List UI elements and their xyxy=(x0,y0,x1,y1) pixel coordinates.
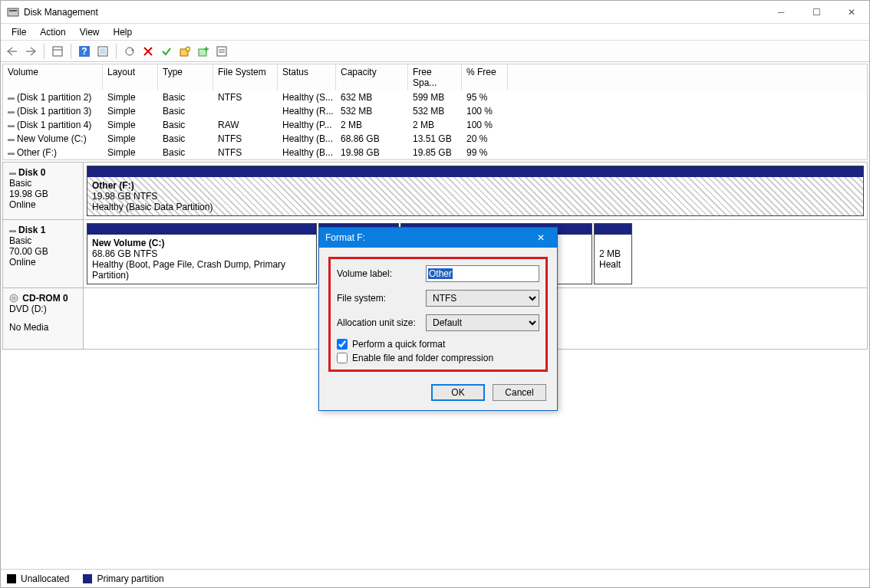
back-button[interactable] xyxy=(4,43,21,60)
properties-icon[interactable] xyxy=(213,43,230,60)
cell-type: Basic xyxy=(158,91,213,103)
disk-1-type: Basic xyxy=(9,235,77,246)
help-icon[interactable]: ? xyxy=(76,43,93,60)
titlebar: Disk Management ─ ☐ ✕ xyxy=(1,1,869,24)
view-button[interactable] xyxy=(49,43,66,60)
cell-layout: Simple xyxy=(103,119,158,131)
menu-view[interactable]: View xyxy=(74,25,106,39)
cell-filesystem: RAW xyxy=(213,119,278,131)
partition-info: 68.86 GB NTFS xyxy=(92,248,157,259)
disk-0-header[interactable]: Disk 0 Basic 19.98 GB Online xyxy=(3,163,84,219)
col-capacity[interactable]: Capacity xyxy=(336,64,408,90)
partition-status: Healthy (Basic Data Partition) xyxy=(92,202,213,212)
cell-type: Basic xyxy=(158,133,213,145)
cdrom-header[interactable]: CD-ROM 0 DVD (D:) No Media xyxy=(3,288,84,349)
cell-volume: New Volume (C:) xyxy=(3,133,103,145)
col-filesystem[interactable]: File System xyxy=(213,64,278,90)
disk-0-state: Online xyxy=(9,199,77,210)
filesystem-label: File system: xyxy=(337,293,426,304)
menu-action[interactable]: Action xyxy=(34,25,71,39)
cell-percent: 100 % xyxy=(462,119,508,131)
forward-button[interactable] xyxy=(22,43,39,60)
volume-label-input[interactable]: Other xyxy=(428,268,453,279)
partition-title: Other (F:) xyxy=(92,180,134,191)
partition-info: 2 MB xyxy=(599,248,621,259)
col-percent[interactable]: % Free xyxy=(462,64,508,90)
maximize-button[interactable]: ☐ xyxy=(799,1,834,24)
cell-type: Basic xyxy=(158,146,213,159)
disk-0-name: Disk 0 xyxy=(9,167,77,178)
table-header: Volume Layout Type File System Status Ca… xyxy=(3,64,867,90)
dialog-titlebar[interactable]: Format F: ✕ xyxy=(319,228,557,248)
partition-info: 19.98 GB NTFS xyxy=(92,191,157,202)
table-row[interactable]: (Disk 1 partition 4)SimpleBasicRAWHealth… xyxy=(3,118,867,132)
disk-1-name: Disk 1 xyxy=(9,225,77,235)
svg-point-10 xyxy=(186,47,190,51)
menu-file[interactable]: File xyxy=(5,25,32,39)
ok-button[interactable]: OK xyxy=(431,384,485,401)
check-icon[interactable] xyxy=(158,43,175,60)
legend: Unallocated Primary partition xyxy=(1,569,869,587)
col-type[interactable]: Type xyxy=(158,64,213,90)
cell-percent: 99 % xyxy=(462,146,508,159)
dialog-close-button[interactable]: ✕ xyxy=(531,232,551,243)
svg-rect-1 xyxy=(9,10,17,11)
cd-icon xyxy=(9,294,18,303)
allocation-select[interactable]: Default xyxy=(426,314,539,331)
refresh-icon[interactable] xyxy=(121,43,138,60)
svg-rect-12 xyxy=(217,47,226,56)
table-row[interactable]: (Disk 1 partition 2)SimpleBasicNTFSHealt… xyxy=(3,90,867,104)
cell-status: Healthy (S... xyxy=(278,91,336,103)
cell-capacity: 68.86 GB xyxy=(336,133,408,145)
menu-help[interactable]: Help xyxy=(107,25,139,39)
cell-capacity: 19.98 GB xyxy=(336,146,408,159)
table-row[interactable]: New Volume (C:)SimpleBasicNTFSHealthy (B… xyxy=(3,132,867,146)
cell-volume: Other (F:) xyxy=(3,146,103,159)
svg-rect-0 xyxy=(8,8,18,16)
col-free[interactable]: Free Spa... xyxy=(408,64,462,90)
table-row[interactable]: Other (F:)SimpleBasicNTFSHealthy (B...19… xyxy=(3,146,867,159)
delete-icon[interactable] xyxy=(140,43,157,60)
legend-primary: Primary partition xyxy=(97,573,163,584)
settings-icon[interactable] xyxy=(94,43,111,60)
compression-label: Enable file and folder compression xyxy=(352,353,493,363)
cell-capacity: 532 MB xyxy=(336,105,408,117)
disk-0-type: Basic xyxy=(9,178,77,189)
col-volume[interactable]: Volume xyxy=(3,64,103,90)
swatch-primary xyxy=(83,574,92,583)
new-partition-icon[interactable] xyxy=(176,43,193,60)
disk-1-partition-c[interactable]: New Volume (C:) 68.86 GB NTFS Healthy (B… xyxy=(87,223,317,284)
cell-filesystem: NTFS xyxy=(213,133,278,145)
svg-point-16 xyxy=(13,297,15,300)
disk-1-partition-small[interactable]: 2 MB Healt xyxy=(594,223,632,284)
new-volume-icon[interactable] xyxy=(195,43,212,60)
col-status[interactable]: Status xyxy=(278,64,336,90)
toolbar: ? xyxy=(1,41,869,62)
disk-0-partition-other[interactable]: Other (F:) 19.98 GB NTFS Healthy (Basic … xyxy=(87,166,864,216)
cell-filesystem: NTFS xyxy=(213,146,278,159)
disk-0-row: Disk 0 Basic 19.98 GB Online Other (F:) … xyxy=(3,163,867,219)
cell-volume: (Disk 1 partition 4) xyxy=(3,119,103,131)
table-row[interactable]: (Disk 1 partition 3)SimpleBasicHealthy (… xyxy=(3,104,867,118)
quick-format-checkbox[interactable] xyxy=(337,339,348,350)
swatch-unallocated xyxy=(7,574,16,583)
filesystem-select[interactable]: NTFS xyxy=(426,290,539,307)
close-button[interactable]: ✕ xyxy=(834,1,869,24)
menubar: File Action View Help xyxy=(1,24,869,41)
cdrom-status: No Media xyxy=(9,322,77,333)
compression-checkbox[interactable] xyxy=(337,353,348,363)
cancel-button[interactable]: Cancel xyxy=(493,384,546,401)
minimize-button[interactable]: ─ xyxy=(763,1,799,24)
volume-table: Volume Layout Type File System Status Ca… xyxy=(2,64,868,160)
cell-volume: (Disk 1 partition 3) xyxy=(3,105,103,117)
dialog-highlight-box: Volume label: Other File system: NTFS Al… xyxy=(328,257,548,372)
cell-capacity: 632 MB xyxy=(336,91,408,103)
cell-free: 19.85 GB xyxy=(408,146,462,159)
col-layout[interactable]: Layout xyxy=(103,64,158,90)
disk-0-size: 19.98 GB xyxy=(9,189,77,199)
cell-layout: Simple xyxy=(103,146,158,159)
disk-1-size: 70.00 GB xyxy=(9,246,77,257)
svg-rect-2 xyxy=(53,47,62,56)
cell-layout: Simple xyxy=(103,91,158,103)
disk-1-header[interactable]: Disk 1 Basic 70.00 GB Online xyxy=(3,220,84,287)
